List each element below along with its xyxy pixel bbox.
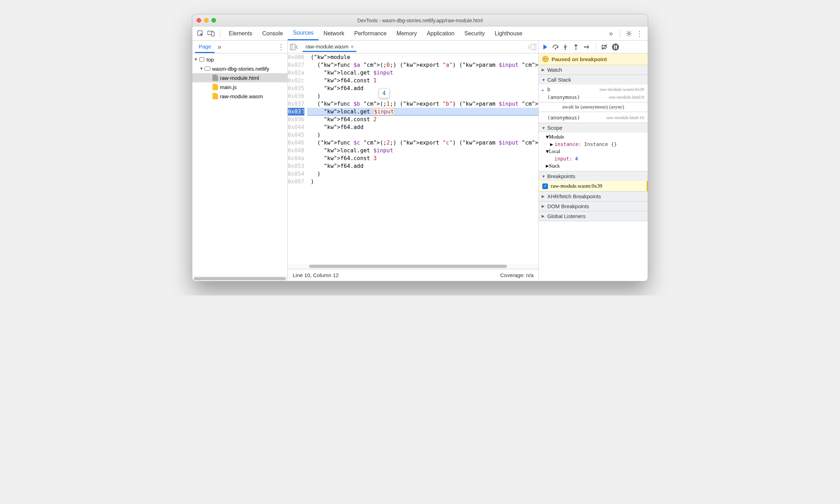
step-out-icon[interactable] — [573, 44, 581, 50]
paused-banner: ⓘ Paused on breakpoint — [539, 53, 648, 65]
code-line[interactable]: ("kw">func $b "cm">(;1;) ("kw">export "b… — [307, 100, 538, 108]
scope-module-instance[interactable]: ▶instance:Instance {} — [539, 141, 648, 148]
code-line[interactable]: ) — [307, 170, 538, 178]
code-line[interactable]: ("kw">module — [307, 53, 538, 61]
scope-section: ▼Scope ▼Module ▶instance:Instance {} ▼Lo… — [539, 123, 648, 171]
code-line[interactable]: "kw">local.get $input — [307, 147, 538, 154]
step-icon[interactable] — [584, 44, 591, 50]
xhr-breakpoints-section[interactable]: ▶XHR/fetch Breakpoints — [539, 192, 648, 201]
step-over-icon[interactable] — [552, 44, 559, 50]
tab-memory[interactable]: Memory — [391, 27, 422, 40]
global-header: Global Listeners — [547, 213, 585, 219]
tab-sources[interactable]: Sources — [288, 27, 319, 40]
scope-header-row[interactable]: ▼Scope — [539, 123, 648, 133]
status-coverage: Coverage: n/a — [500, 272, 533, 278]
editor-gutter[interactable]: 0x0000x0270x02a0x02c0x0350x0360x0370x039… — [288, 53, 307, 264]
code-line[interactable]: "kw">f64.const 2 — [307, 116, 538, 123]
tree-top[interactable]: ▼ top — [192, 55, 287, 64]
scope-local-input[interactable]: input:4 — [539, 155, 648, 162]
hover-tooltip: 4 — [379, 88, 390, 98]
scope-local[interactable]: ▼Local — [539, 148, 648, 155]
editor-tab-file[interactable]: raw-module.wasm × — [303, 42, 356, 52]
tree-file-html[interactable]: raw-module.html — [192, 73, 287, 82]
svg-rect-10 — [614, 45, 615, 49]
navigator-more-icon[interactable]: » — [215, 41, 224, 53]
main-toolbar: ElementsConsoleSourcesNetworkPerformance… — [192, 27, 648, 41]
source-editor[interactable]: 0x0000x0270x02a0x02c0x0350x0360x0370x039… — [288, 53, 538, 264]
navigator-tab-page[interactable]: Page — [195, 41, 215, 53]
close-tab-icon[interactable]: × — [351, 43, 354, 49]
navigator-kebab-icon[interactable]: ⋮ — [278, 41, 287, 53]
scope-module[interactable]: ▼Module — [539, 133, 648, 141]
svg-rect-2 — [211, 32, 214, 36]
titlebar: DevTools - wasm-dbg-stories.netlify.app/… — [192, 14, 648, 27]
svg-point-7 — [565, 48, 566, 50]
paused-banner-text: Paused on breakpoint — [552, 56, 607, 62]
editor-tabs: raw-module.wasm × — [288, 41, 538, 53]
code-line[interactable]: ("kw">func $a "cm">(;0;) ("kw">export "a… — [307, 61, 538, 69]
tree-file-js[interactable]: main.js — [192, 82, 287, 92]
editor-panel: raw-module.wasm × 0x0000x0270x02a0x02c0x… — [288, 41, 539, 281]
svg-point-9 — [584, 46, 585, 48]
code-line[interactable]: "kw">f64.const 1 — [307, 77, 538, 84]
code-line[interactable]: ) — [307, 178, 538, 186]
tree-file-label: raw-module.wasm — [220, 93, 263, 99]
code-line[interactable]: "kw">f64.const 3 — [307, 154, 538, 162]
editor-code[interactable]: 4 ("kw">module ("kw">func $a "cm">(;0;) … — [307, 53, 538, 264]
editor-toggle-sidebar-icon[interactable] — [527, 44, 536, 50]
tab-security[interactable]: Security — [459, 27, 490, 40]
deactivate-breakpoints-icon[interactable] — [601, 44, 608, 50]
info-icon: ⓘ — [542, 56, 549, 62]
settings-icon[interactable] — [624, 27, 634, 40]
svg-rect-11 — [616, 45, 617, 49]
tree-file-wasm[interactable]: raw-module.wasm — [192, 92, 287, 101]
editor-statusbar: Line 10, Column 12 Coverage: n/a — [288, 269, 538, 281]
kebab-menu-icon[interactable]: ⋮ — [634, 27, 645, 40]
breakpoint-row[interactable]: ✓ raw-module.wasm:0x39 — [539, 181, 648, 191]
tab-network[interactable]: Network — [319, 27, 349, 40]
scope-stack[interactable]: ▶Stack — [539, 162, 648, 170]
breakpoints-header-row[interactable]: ▼Breakpoints — [539, 171, 648, 181]
svg-point-8 — [575, 48, 577, 50]
code-line[interactable]: "kw">f64.add — [307, 123, 538, 131]
breakpoint-checkbox[interactable]: ✓ — [542, 183, 548, 189]
callstack-frame[interactable]: (anonymous)raw-module.html:9 — [539, 93, 648, 101]
more-tabs-icon[interactable]: » — [606, 27, 616, 40]
global-listeners-section[interactable]: ▶Global Listeners — [539, 211, 648, 221]
code-line[interactable]: ) — [307, 131, 538, 139]
code-line[interactable]: "kw">f64.add — [307, 162, 538, 170]
pause-on-exceptions-icon[interactable] — [612, 43, 619, 51]
code-line[interactable]: "kw">local.get $input — [307, 108, 538, 116]
callstack-header-row[interactable]: ▼Call Stack — [539, 75, 648, 84]
tree-top-label: top — [206, 57, 214, 63]
resume-icon[interactable] — [542, 44, 549, 50]
tab-performance[interactable]: Performance — [349, 27, 392, 40]
tab-application[interactable]: Application — [422, 27, 459, 40]
code-line[interactable]: ) — [307, 92, 538, 100]
tab-lighthouse[interactable]: Lighthouse — [490, 27, 527, 40]
watch-section[interactable]: ▶Watch — [539, 65, 648, 75]
code-line[interactable]: "kw">f64.add — [307, 84, 538, 92]
tab-elements[interactable]: Elements — [224, 27, 257, 40]
tab-console[interactable]: Console — [257, 27, 288, 40]
debugger-toolbar — [539, 41, 648, 53]
scope-header: Scope — [547, 125, 562, 131]
device-toggle-icon[interactable] — [206, 27, 216, 40]
callstack-frame[interactable]: ➔braw-module.wasm:0x39 — [539, 85, 648, 93]
editor-tab-label: raw-module.wasm — [305, 43, 349, 49]
tree-origin[interactable]: ▼ wasm-dbg-stories.netlify — [192, 64, 287, 73]
navigator-scrollbar[interactable] — [192, 276, 287, 281]
inspect-element-icon[interactable] — [195, 27, 206, 40]
dom-breakpoints-section[interactable]: ▶DOM Breakpoints — [539, 201, 648, 211]
async-divider: await in (anonymous) (async) — [539, 102, 648, 112]
step-into-icon[interactable] — [563, 44, 570, 50]
devtools-window: DevTools - wasm-dbg-stories.netlify.app/… — [192, 14, 648, 281]
editor-nav-icons[interactable] — [290, 44, 299, 50]
callstack-frame[interactable]: (anonymous)raw-module.html:10 — [539, 113, 648, 121]
status-position: Line 10, Column 12 — [293, 272, 339, 278]
editor-scrollbar[interactable] — [288, 264, 538, 269]
xhr-header: XHR/fetch Breakpoints — [547, 193, 601, 199]
code-line[interactable]: ("kw">func $c "cm">(;2;) ("kw">export "c… — [307, 139, 538, 147]
code-line[interactable]: "kw">local.get $input — [307, 69, 538, 77]
navigator-tabs: Page » ⋮ — [192, 41, 287, 53]
